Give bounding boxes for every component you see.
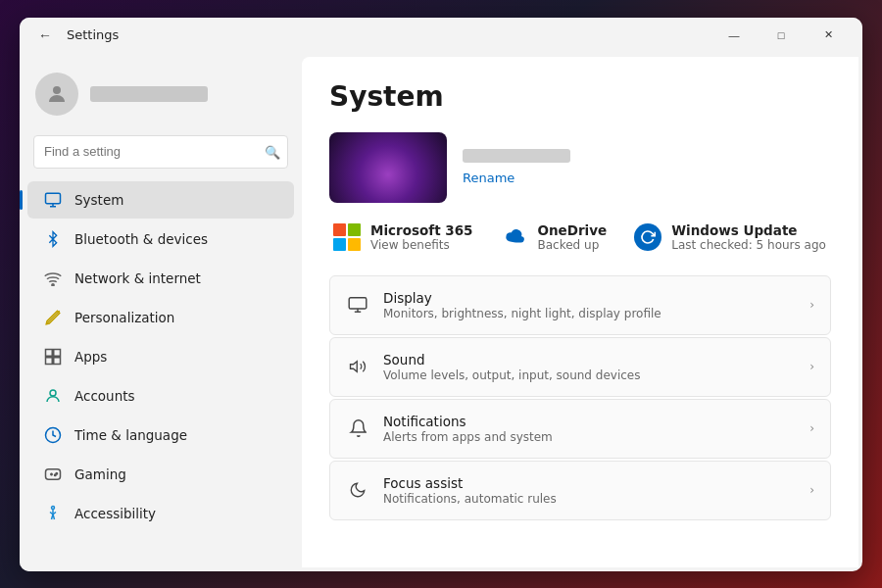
username-bar: [90, 86, 208, 102]
search-icon: 🔍: [265, 144, 280, 159]
content-area: 🔍 System Bluetoot: [20, 53, 862, 571]
sidebar-item-label-gaming: Gaming: [74, 466, 126, 482]
nav-item-wrapper-accessibility: Accessibility: [20, 494, 302, 533]
display-chevron: ›: [809, 298, 814, 312]
app-text-windowsupdate: Windows Update Last checked: 5 hours ago: [671, 222, 826, 252]
microsoft365-icon: [333, 223, 361, 251]
svg-point-17: [52, 506, 55, 509]
app-badge-windowsupdate[interactable]: Windows Update Last checked: 5 hours ago: [634, 222, 826, 252]
display-desc: Monitors, brightness, night light, displ…: [383, 307, 796, 320]
minimize-button[interactable]: —: [711, 20, 757, 51]
sidebar-item-bluetooth[interactable]: Bluetooth & devices: [27, 220, 294, 258]
sidebar-item-label-network: Network & internet: [74, 270, 201, 286]
gaming-icon: [43, 465, 63, 484]
sidebar-item-gaming[interactable]: Gaming: [27, 456, 294, 493]
focus-text: Focus assist Notifications, automatic ru…: [383, 475, 796, 506]
sidebar-item-label-apps: Apps: [74, 349, 107, 365]
nav-item-wrapper-bluetooth: Bluetooth & devices: [20, 220, 302, 259]
app-badge-onedrive[interactable]: OneDrive Backed up: [501, 222, 608, 252]
svg-point-10: [50, 390, 56, 396]
search-input[interactable]: [33, 135, 288, 169]
time-icon: [43, 425, 63, 445]
bluetooth-icon: [43, 229, 63, 249]
titlebar: ← Settings — □ ✕: [20, 18, 862, 53]
sidebar-item-personalization[interactable]: Personalization: [27, 299, 294, 336]
sound-text: Sound Volume levels, output, input, soun…: [383, 352, 796, 382]
sound-desc: Volume levels, output, input, sound devi…: [383, 368, 796, 382]
svg-rect-21: [349, 298, 367, 309]
svg-rect-1: [46, 193, 61, 204]
nav-item-wrapper-personalization: Personalization: [20, 298, 302, 337]
app-name-onedrive: OneDrive: [538, 222, 608, 238]
settings-item-focus[interactable]: Focus assist Notifications, automatic ru…: [329, 461, 831, 520]
user-profile: [20, 61, 302, 131]
maximize-button[interactable]: □: [759, 20, 804, 51]
sidebar-item-label-system: System: [74, 192, 123, 208]
settings-window: ← Settings — □ ✕ 🔍: [20, 18, 862, 571]
hero-name-bar: [463, 149, 570, 163]
svg-line-20: [53, 514, 55, 518]
app-sub-microsoft365: View benefits: [370, 238, 473, 252]
svg-rect-8: [46, 357, 53, 364]
settings-item-sound[interactable]: Sound Volume levels, output, input, soun…: [329, 337, 831, 397]
svg-point-16: [55, 474, 57, 476]
notifications-text: Notifications Alerts from apps and syste…: [383, 414, 796, 444]
page-title: System: [329, 80, 831, 113]
nav-item-wrapper-time: Time & language: [20, 416, 302, 455]
app-badge-microsoft365[interactable]: Microsoft 365 View benefits: [333, 222, 473, 252]
svg-rect-6: [46, 349, 53, 356]
nav-item-wrapper-system: System: [20, 180, 302, 220]
sidebar-item-label-personalization: Personalization: [74, 310, 174, 325]
settings-item-notifications[interactable]: Notifications Alerts from apps and syste…: [329, 399, 831, 459]
sidebar: 🔍 System Bluetoot: [20, 53, 302, 571]
close-button[interactable]: ✕: [806, 20, 851, 51]
svg-point-0: [53, 86, 61, 94]
windowsupdate-icon: [634, 223, 662, 251]
sidebar-item-label-bluetooth: Bluetooth & devices: [74, 231, 208, 247]
settings-list: Display Monitors, brightness, night ligh…: [329, 275, 831, 520]
hero-image: [329, 132, 447, 203]
app-sub-windowsupdate: Last checked: 5 hours ago: [671, 238, 826, 252]
search-box: 🔍: [33, 135, 288, 169]
onedrive-icon: [501, 223, 528, 251]
sidebar-item-time[interactable]: Time & language: [27, 416, 294, 454]
svg-rect-7: [54, 349, 61, 356]
hero-info: Rename: [463, 149, 570, 185]
main-panel: System Rename: [302, 57, 858, 567]
accounts-icon: [43, 386, 63, 406]
sidebar-item-label-accessibility: Accessibility: [74, 506, 156, 521]
apps-row: Microsoft 365 View benefits OneDrive Bac…: [329, 222, 831, 252]
focus-desc: Notifications, automatic rules: [383, 492, 796, 506]
sidebar-item-accounts[interactable]: Accounts: [27, 377, 294, 415]
sidebar-item-network[interactable]: Network & internet: [27, 260, 294, 297]
notifications-name: Notifications: [383, 414, 796, 429]
back-button[interactable]: ←: [31, 22, 59, 49]
network-icon: [43, 269, 63, 288]
notifications-chevron: ›: [809, 421, 814, 435]
nav-item-wrapper-apps: Apps: [20, 337, 302, 376]
window-title: Settings: [67, 27, 119, 42]
svg-line-5: [46, 311, 60, 324]
app-text-microsoft365: Microsoft 365 View benefits: [370, 222, 473, 252]
personalization-icon: [43, 308, 63, 327]
focus-name: Focus assist: [383, 475, 796, 491]
sidebar-item-label-accounts: Accounts: [74, 388, 135, 404]
display-name: Display: [383, 290, 796, 306]
app-text-onedrive: OneDrive Backed up: [538, 222, 608, 252]
rename-link[interactable]: Rename: [463, 171, 570, 185]
hero-section: Rename: [329, 132, 831, 203]
sidebar-item-apps[interactable]: Apps: [27, 338, 294, 375]
svg-point-4: [52, 283, 54, 285]
focus-chevron: ›: [809, 483, 814, 497]
notifications-desc: Alerts from apps and system: [383, 430, 796, 444]
display-icon: [346, 293, 369, 317]
sidebar-item-accessibility[interactable]: Accessibility: [27, 495, 294, 532]
sidebar-item-system[interactable]: System: [27, 181, 294, 219]
app-sub-onedrive: Backed up: [538, 238, 608, 252]
nav-item-wrapper-accounts: Accounts: [20, 376, 302, 416]
system-icon: [43, 190, 63, 210]
settings-item-display[interactable]: Display Monitors, brightness, night ligh…: [329, 275, 831, 335]
nav-item-wrapper-network: Network & internet: [20, 259, 302, 298]
avatar: [35, 73, 78, 116]
sound-icon: [346, 355, 369, 378]
